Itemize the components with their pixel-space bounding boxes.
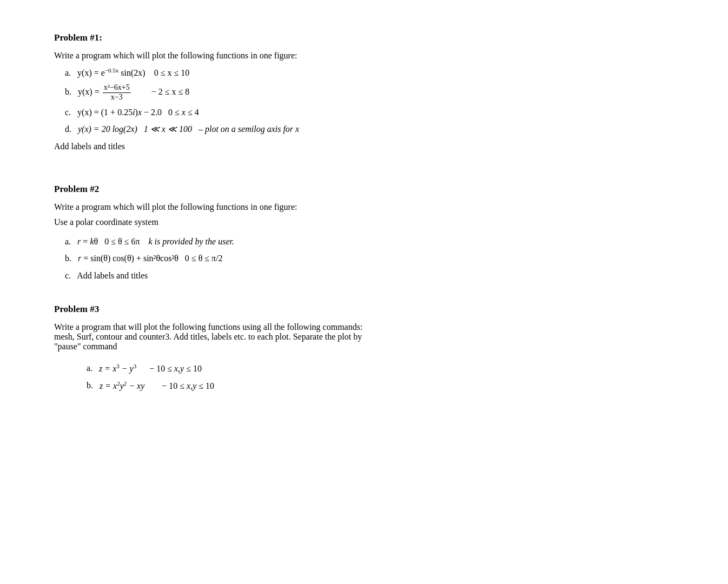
- list-item: c. Add labels and titles: [65, 269, 674, 283]
- list-item: d. y(x) = 20 log(2x) 1 ≪ x ≪ 100 – plot …: [65, 122, 674, 136]
- superscript: −0.5x: [105, 67, 118, 74]
- problem-1-list: a. y(x) = e−0.5x sin(2x) 0 ≤ x ≤ 10 b. y…: [65, 66, 674, 136]
- item-content: Add labels and titles: [77, 271, 148, 280]
- problem-2-intro: Write a program which will plot the foll…: [54, 202, 674, 212]
- item-content: r = kθ 0 ≤ θ ≤ 6π k is provided by the u…: [77, 237, 234, 246]
- denominator: x−3: [110, 93, 124, 102]
- problem-1-section: Problem #1: Write a program which will p…: [54, 32, 674, 151]
- list-item: b. y(x) = x²−6x+5 x−3 − 2 ≤ x ≤ 8: [65, 83, 674, 102]
- item-content: z = x3 − y3 − 10 ≤ x,y ≤ 10: [99, 364, 202, 373]
- item-label: c.: [65, 108, 75, 117]
- item-content: y(x) = 20 log(2x) 1 ≪ x ≪ 100 – plot on …: [78, 124, 299, 134]
- item-label: b.: [87, 381, 97, 390]
- problem-3-intro: Write a program that will plot the follo…: [54, 322, 674, 351]
- list-item: a. r = kθ 0 ≤ θ ≤ 6π k is provided by th…: [65, 235, 674, 249]
- intro-line-3: "pause" command: [54, 342, 117, 351]
- add-labels-1: Add labels and titles: [54, 142, 674, 151]
- item-content: r = sin(θ) cos(θ) + sin²θcos²θ 0 ≤ θ ≤ π…: [78, 254, 223, 263]
- problem-3-title: Problem #3: [54, 304, 674, 315]
- problem-1-title: Problem #1:: [54, 32, 674, 43]
- item-content: y(x) = e−0.5x sin(2x) 0 ≤ x ≤ 10: [77, 68, 189, 77]
- item-content: z = x2y2 − xy − 10 ≤ x,y ≤ 10: [100, 381, 214, 390]
- item-label: d.: [65, 124, 76, 134]
- list-item: b. z = x2y2 − xy − 10 ≤ x,y ≤ 10: [87, 379, 674, 393]
- spacer-1: [54, 173, 674, 184]
- intro-line-2: mesh, Surf, contour and counter3. Add ti…: [54, 332, 362, 341]
- problem-2-section: Problem #2 Write a program which will pl…: [54, 184, 674, 283]
- item-label: b.: [65, 254, 76, 263]
- list-item: b. r = sin(θ) cos(θ) + sin²θcos²θ 0 ≤ θ …: [65, 251, 674, 266]
- list-item: c. y(x) = (1 + 0.25i)x − 2.0 0 ≤ x ≤ 4: [65, 105, 674, 120]
- problem-3-list: a. z = x3 − y3 − 10 ≤ x,y ≤ 10 b. z = x2…: [87, 361, 674, 393]
- item-label: a.: [65, 68, 75, 77]
- item-label: a.: [65, 237, 75, 246]
- intro-line-1: Write a program that will plot the follo…: [54, 322, 362, 331]
- spacer-2: [54, 357, 674, 361]
- use-polar: Use a polar coordinate system: [54, 217, 674, 227]
- item-content: y(x) = x²−6x+5 x−3 − 2 ≤ x ≤ 8: [78, 87, 189, 96]
- problem-1-intro: Write a program which will plot the foll…: [54, 51, 674, 61]
- list-item: a. z = x3 − y3 − 10 ≤ x,y ≤ 10: [87, 361, 674, 375]
- numerator: x²−6x+5: [103, 83, 131, 93]
- problem-3-section: Problem #3 Write a program that will plo…: [54, 304, 674, 393]
- item-label: c.: [65, 271, 75, 280]
- item-label: b.: [65, 87, 76, 96]
- problem-2-title: Problem #2: [54, 184, 674, 195]
- item-label: a.: [87, 364, 97, 373]
- problem-2-list: a. r = kθ 0 ≤ θ ≤ 6π k is provided by th…: [65, 235, 674, 283]
- fraction: x²−6x+5 x−3: [103, 83, 131, 102]
- item-content: y(x) = (1 + 0.25i)x − 2.0 0 ≤ x ≤ 4: [77, 108, 199, 117]
- list-item: a. y(x) = e−0.5x sin(2x) 0 ≤ x ≤ 10: [65, 66, 674, 80]
- superscript: 3: [134, 362, 137, 369]
